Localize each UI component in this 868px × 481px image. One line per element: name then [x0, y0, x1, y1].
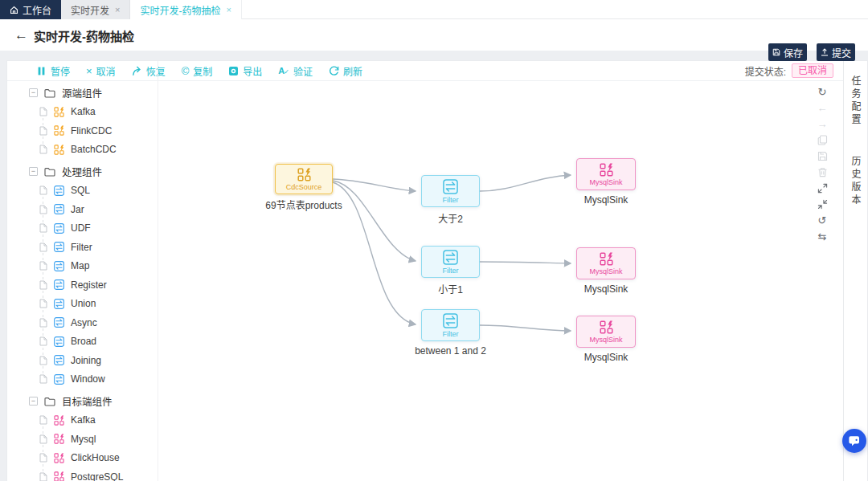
tree-item-label: Filter — [71, 242, 92, 253]
node-caption: MysqlSink — [544, 194, 668, 206]
folder-icon — [44, 167, 55, 177]
target-component-icon — [54, 453, 64, 463]
tree-group-label: 源端组件 — [62, 85, 102, 100]
node-filter-lt1[interactable]: Filter — [421, 246, 480, 278]
reset-view-icon[interactable]: ↻ — [816, 85, 829, 98]
auto-layout-icon[interactable]: ↺ — [816, 214, 829, 226]
collapse-icon[interactable]: − — [29, 88, 38, 97]
tree-item-kafka-target[interactable]: Kafka — [7, 411, 158, 430]
tree-item-jar[interactable]: Jar — [7, 200, 158, 219]
refresh-button[interactable]: 刷新 — [329, 64, 362, 78]
fit-view-icon[interactable] — [816, 198, 829, 210]
submit-button[interactable]: 提交 — [817, 43, 855, 61]
node-title: MysqlSink — [589, 268, 622, 275]
submit-status-label: 提交状态: — [745, 64, 786, 78]
copy-node-icon[interactable] — [816, 133, 829, 146]
node-title: CdcSource — [286, 184, 322, 191]
source-node-icon — [297, 168, 311, 181]
tree-item-label: Async — [71, 317, 97, 328]
target-component-icon — [54, 415, 64, 426]
right-panel-strip: 任务配置 历史版本 — [843, 61, 867, 481]
node-mysqlsink-1[interactable]: MysqlSink — [576, 158, 636, 190]
export-icon — [228, 66, 239, 76]
tree-item-clickhouse[interactable]: ClickHouse — [7, 449, 158, 468]
fullscreen-icon[interactable] — [816, 181, 829, 194]
tree-item-flinkcdc[interactable]: FlinkCDC — [7, 121, 158, 141]
tree-group-source[interactable]: − 源端组件 — [7, 84, 158, 103]
tree-group-label: 处理组件 — [62, 164, 102, 179]
tree-item-label: Window — [71, 373, 105, 385]
tree-item-sql[interactable]: SQL — [7, 181, 158, 201]
doc-icon — [39, 280, 47, 290]
filter-node-icon — [443, 250, 458, 265]
doc-icon — [39, 415, 47, 425]
node-caption: 69节点表products — [243, 198, 365, 211]
tab-workbench[interactable]: 工作台 — [0, 0, 61, 19]
flow-canvas[interactable]: CdcSource 69节点表products Filter 大于2 Filte… — [158, 81, 845, 481]
tree-item-label: SQL — [71, 185, 90, 196]
edge-filter3-sink3 — [480, 325, 571, 331]
tree-group-process[interactable]: − 处理组件 — [7, 162, 158, 181]
tree-item-union[interactable]: Union — [7, 295, 158, 314]
collapse-icon[interactable]: − — [29, 167, 38, 176]
tree-item-async[interactable]: Async — [7, 313, 158, 332]
upload-icon — [821, 48, 829, 56]
node-title: MysqlSink — [589, 179, 622, 186]
tree-item-udf[interactable]: UDF — [7, 219, 158, 238]
flow-toolbar: 暂停 × 取消 恢复 © 复制 导出 A ✓ — [7, 61, 845, 81]
back-arrow-icon[interactable]: ← — [14, 19, 28, 51]
collapse-icon[interactable]: − — [29, 397, 38, 406]
tree-item-map[interactable]: Map — [7, 257, 158, 276]
tree-group-target[interactable]: − 目标端组件 — [7, 392, 158, 411]
tree-item-postgresql[interactable]: PostgreSQL — [7, 467, 158, 481]
process-component-icon — [54, 261, 64, 271]
canvas-mini-toolbar: ↻ ← → ↺ ⇆ — [815, 85, 829, 243]
node-cdcsource[interactable]: CdcSource — [275, 164, 333, 194]
tab-task-config[interactable]: 任务配置 — [849, 75, 862, 127]
process-component-icon — [54, 185, 64, 196]
node-filter-between[interactable]: Filter — [421, 309, 480, 341]
save-layout-icon[interactable] — [816, 149, 829, 162]
node-mysqlsink-3[interactable]: MysqlSink — [576, 316, 636, 348]
tree-item-register[interactable]: Register — [7, 275, 158, 295]
pause-button[interactable]: 暂停 — [36, 64, 70, 78]
target-component-icon — [54, 471, 64, 481]
export-button[interactable]: 导出 — [228, 64, 262, 78]
node-caption: MysqlSink — [544, 352, 668, 363]
tree-item-joining[interactable]: Joining — [7, 351, 158, 370]
close-icon[interactable]: × — [226, 5, 231, 14]
filter-node-icon — [443, 179, 458, 194]
tab-history-versions[interactable]: 历史版本 — [849, 156, 862, 207]
folder-icon — [44, 397, 55, 406]
cancel-button[interactable]: × 取消 — [86, 64, 116, 78]
doc-icon — [39, 223, 47, 233]
edge-filter1-sink1 — [480, 175, 571, 191]
doc-icon — [39, 299, 47, 308]
redo-icon[interactable]: → — [816, 117, 829, 130]
assistant-chat-icon — [848, 434, 861, 447]
delete-icon[interactable] — [816, 165, 829, 178]
copy-button[interactable]: © 复制 — [182, 64, 213, 78]
tree-item-batchcdc[interactable]: BatchCDC — [7, 141, 158, 160]
tree-item-filter[interactable]: Filter — [7, 238, 158, 257]
validate-button[interactable]: A ✓ 验证 — [278, 64, 313, 78]
direction-toggle-icon[interactable]: ⇆ — [816, 230, 829, 243]
assistant-button[interactable] — [842, 429, 866, 453]
doc-icon — [39, 356, 47, 365]
tree-item-label: Broad — [71, 336, 96, 347]
tree-item-label: Map — [71, 260, 89, 271]
tree-item-window[interactable]: Window — [7, 370, 158, 389]
tab-realtime-dev-drug-sampling[interactable]: 实时开发-药物抽检 × — [130, 0, 241, 19]
resume-button[interactable]: 恢复 — [132, 64, 166, 78]
tree-item-kafka-source[interactable]: Kafka — [7, 103, 158, 122]
close-icon[interactable]: × — [115, 5, 120, 14]
save-button[interactable]: 保存 — [768, 43, 807, 61]
process-component-icon — [54, 355, 64, 365]
tree-item-broad[interactable]: Broad — [7, 332, 158, 352]
node-filter-gt2[interactable]: Filter — [421, 175, 480, 207]
node-mysqlsink-2[interactable]: MysqlSink — [576, 247, 636, 279]
undo-icon[interactable]: ← — [816, 101, 829, 114]
tab-realtime-dev[interactable]: 实时开发 × — [61, 0, 130, 19]
node-title: Filter — [443, 197, 459, 204]
tree-item-mysql[interactable]: Mysql — [7, 430, 158, 449]
